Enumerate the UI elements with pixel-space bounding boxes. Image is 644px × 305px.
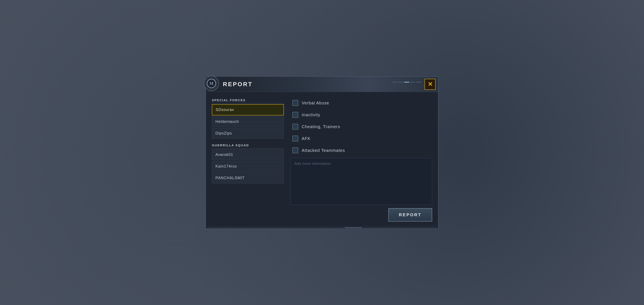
player-item-sdsourav[interactable]: SDsourav xyxy=(212,104,284,116)
checkbox-inactivity[interactable] xyxy=(292,112,298,118)
more-info-textarea[interactable] xyxy=(291,158,432,205)
team-label-special-forces: SPECIAL FORCES xyxy=(212,97,284,103)
option-label-verbal-abuse: Verbal Abuse xyxy=(302,100,329,106)
report-modal: M REPORT ✕ SPECIAL FORCES S xyxy=(206,76,438,229)
team-section-special-forces: SPECIAL FORCES SDsourav Heldenlauch Dips… xyxy=(212,97,284,139)
indicator-4 xyxy=(410,82,415,82)
scrollbar-track xyxy=(208,227,436,228)
close-icon: ✕ xyxy=(428,81,432,87)
modal-overlay: M REPORT ✕ SPECIAL FORCES S xyxy=(206,76,438,229)
checkbox-cheating[interactable] xyxy=(292,124,298,130)
checkbox-afk[interactable] xyxy=(292,136,298,142)
modal-bottom-scrollbar xyxy=(206,227,438,228)
indicator-2 xyxy=(398,82,403,82)
report-options-panel: Verbal Abuse Inactivity Cheating, Traine… xyxy=(291,97,432,222)
option-label-cheating: Cheating, Trainers xyxy=(302,124,340,129)
modal-title: REPORT xyxy=(223,81,253,88)
option-label-afk: AFK xyxy=(302,136,310,141)
team-label-guerrilla-squad: GUERRILLA SQUAD xyxy=(212,142,284,148)
player-item-avarok01[interactable]: Avarok01 xyxy=(212,149,284,160)
player-list-panel: SPECIAL FORCES SDsourav Heldenlauch Dips… xyxy=(212,97,284,222)
checkbox-verbal-abuse[interactable] xyxy=(292,100,298,106)
modal-titlebar: M REPORT ✕ xyxy=(206,77,438,92)
option-row-verbal-abuse[interactable]: Verbal Abuse xyxy=(291,97,432,109)
report-actions: REPORT xyxy=(291,208,432,222)
modal-logo-inner: M xyxy=(207,79,216,88)
player-item-heldenlauch[interactable]: Heldenlauch xyxy=(212,116,284,127)
modal-logo: M xyxy=(204,76,219,91)
modal-logo-letter: M xyxy=(210,81,214,86)
option-row-afk[interactable]: AFK xyxy=(291,132,432,144)
player-item-panchalsmit[interactable]: PANCHALSMIT xyxy=(212,172,284,184)
option-row-inactivity[interactable]: Inactivity xyxy=(291,109,432,121)
indicator-5 xyxy=(416,82,421,82)
close-button[interactable]: ✕ xyxy=(424,79,436,90)
option-label-inactivity: Inactivity xyxy=(302,112,320,117)
team-section-guerrilla-squad: GUERRILLA SQUAD Avarok01 Kain174rus PANC… xyxy=(212,142,284,184)
checkbox-attacked-teammates[interactable] xyxy=(292,148,298,153)
scrollbar-thumb xyxy=(345,227,362,228)
modal-body: SPECIAL FORCES SDsourav Heldenlauch Dips… xyxy=(206,92,438,227)
report-button[interactable]: REPORT xyxy=(388,208,432,222)
player-item-dipszips[interactable]: DipsZips xyxy=(212,128,284,139)
option-label-attacked-teammates: Attacked Teammates xyxy=(302,148,345,153)
indicator-3 xyxy=(404,82,409,82)
option-row-attacked-teammates[interactable]: Attacked Teammates xyxy=(291,144,432,156)
scrollbar-indicators xyxy=(392,82,421,82)
indicator-1 xyxy=(392,82,398,82)
player-item-kain174rus[interactable]: Kain174rus xyxy=(212,161,284,172)
option-row-cheating[interactable]: Cheating, Trainers xyxy=(291,121,432,132)
